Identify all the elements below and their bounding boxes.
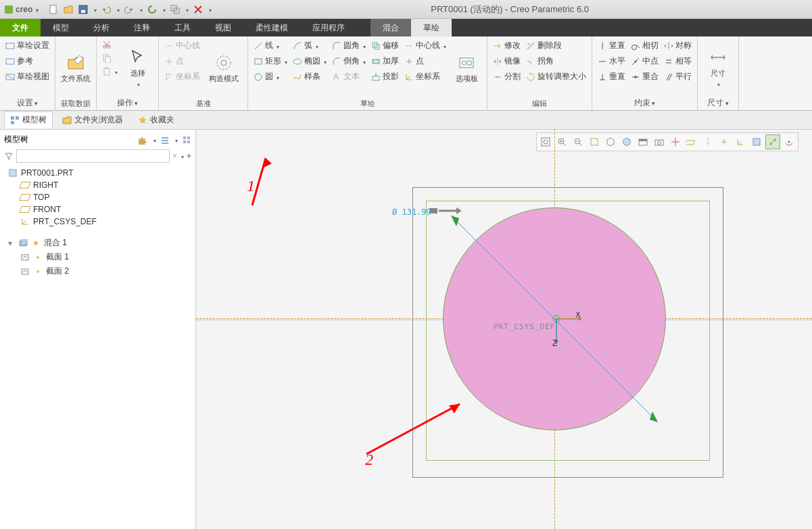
tree-root[interactable]: PRT0001.PRT xyxy=(4,167,191,179)
tree-show-icon[interactable] xyxy=(182,135,191,145)
plane-tag-icon[interactable] xyxy=(749,134,764,149)
qat-undo-icon[interactable] xyxy=(101,4,112,15)
cut-button[interactable] xyxy=(101,39,119,50)
centerline-button[interactable]: 中心线 xyxy=(163,39,201,52)
zoom-out-icon[interactable] xyxy=(571,134,586,149)
csys-display-icon[interactable] xyxy=(733,134,748,149)
select-button[interactable]: 选择 xyxy=(122,39,154,96)
tab-blend[interactable]: 混合 xyxy=(371,19,411,36)
point2-button[interactable]: 点 xyxy=(403,55,448,68)
spin-center-icon[interactable] xyxy=(668,134,683,149)
tree-filter-input[interactable] xyxy=(16,149,170,163)
chamfer-button[interactable]: 倒角 xyxy=(331,55,367,68)
construction-mode-button[interactable]: 构造模式 xyxy=(204,39,243,97)
sketch-view-button[interactable]: 草绘视图 xyxy=(4,70,51,83)
midpoint-button[interactable]: 中点 xyxy=(629,55,660,68)
tab-apps[interactable]: 应用程序 xyxy=(300,19,357,36)
qat-new-icon[interactable] xyxy=(48,4,59,15)
qat-open-icon[interactable] xyxy=(63,4,74,15)
filter-add-icon[interactable]: + xyxy=(187,151,191,161)
tree-csys[interactable]: PRT_CSYS_DEF xyxy=(16,216,191,228)
repaint-icon[interactable] xyxy=(587,134,602,149)
tab-flex[interactable]: 柔性建模 xyxy=(243,19,300,36)
tree-tools-icon[interactable] xyxy=(139,135,148,145)
csys-button[interactable]: 坐标系 xyxy=(163,70,201,83)
qat-close-icon[interactable] xyxy=(193,4,204,15)
filter-clear-icon[interactable]: × xyxy=(172,151,177,161)
saved-views-icon[interactable] xyxy=(619,134,634,149)
point-display-icon[interactable] xyxy=(717,134,732,149)
tab-file[interactable]: 文件 xyxy=(0,19,41,36)
equal-button[interactable]: 相等 xyxy=(663,55,693,68)
thicken-button[interactable]: 加厚 xyxy=(370,55,400,68)
centerline2-button[interactable]: 中心线 xyxy=(403,39,448,52)
dimension-value[interactable]: Ø 131.99 xyxy=(392,207,431,217)
filter-dropdown[interactable] xyxy=(180,151,184,161)
perpendicular-button[interactable]: 垂直 xyxy=(596,70,627,83)
display-style-icon[interactable] xyxy=(603,134,618,149)
horizontal-button[interactable]: 水平 xyxy=(596,55,627,68)
ellipse-button[interactable]: 椭圆 xyxy=(291,55,328,68)
svg-rect-47 xyxy=(22,255,28,260)
point-button[interactable]: 点 xyxy=(163,55,201,68)
coincident-button[interactable]: 重合 xyxy=(629,70,660,83)
modify-button[interactable]: 修改 xyxy=(492,39,522,52)
mirror-button[interactable]: 镜像 xyxy=(492,55,522,68)
annotation-display-icon[interactable] xyxy=(765,134,780,149)
tree-section-2[interactable]: 截面 2 xyxy=(16,264,191,278)
fillet-button[interactable]: 圆角 xyxy=(331,39,367,52)
rotate-resize-button[interactable]: 旋转调整大小 xyxy=(525,70,588,83)
project-button[interactable]: 投影 xyxy=(370,70,400,83)
tab-sketch[interactable]: 草绘 xyxy=(411,19,452,36)
svg-point-46 xyxy=(34,241,38,245)
qat-save-icon[interactable] xyxy=(78,4,89,15)
browser-tab-favorites[interactable]: 收藏夹 xyxy=(133,112,180,128)
filter-icon[interactable] xyxy=(4,151,14,161)
tree-datum-top[interactable]: TOP xyxy=(16,191,191,203)
tab-model[interactable]: 模型 xyxy=(41,19,81,36)
tab-view[interactable]: 视图 xyxy=(203,19,243,36)
view-manager-icon[interactable] xyxy=(636,134,650,149)
delete-segment-button[interactable]: 删除段 xyxy=(525,39,588,52)
tree-datum-right[interactable]: RIGHT xyxy=(16,179,191,191)
browser-tab-folder[interactable]: 文件夹浏览器 xyxy=(57,112,128,128)
spin-icon[interactable] xyxy=(782,134,796,149)
offset-button[interactable]: 偏移 xyxy=(370,39,400,52)
tree-datum-front[interactable]: FRONT xyxy=(16,203,191,216)
text-button[interactable]: A文本 xyxy=(331,70,367,83)
browser-tab-modeltree[interactable]: 模型树 xyxy=(4,111,53,128)
circle-button[interactable]: 圆 xyxy=(252,70,289,83)
tab-analysis[interactable]: 分析 xyxy=(81,19,122,36)
tree-section-1[interactable]: 截面 1 xyxy=(16,250,191,264)
rectangle-button[interactable]: 矩形 xyxy=(252,55,289,68)
symmetric-button[interactable]: 对称 xyxy=(663,39,693,52)
dimension-button[interactable]: 尺寸 xyxy=(702,39,734,96)
parallel-button[interactable]: 平行 xyxy=(663,70,693,83)
axis-display-icon[interactable] xyxy=(700,134,715,149)
svg-point-68 xyxy=(556,318,558,320)
qat-regen-icon[interactable] xyxy=(147,4,158,15)
tree-feature-blend[interactable]: ▾ 混合 1 xyxy=(4,236,191,250)
sketch-settings-button[interactable]: 草绘设置 xyxy=(4,39,51,52)
datum-display-icon[interactable] xyxy=(684,134,699,149)
filesystem-button[interactable]: 文件系统 xyxy=(59,39,92,97)
references-button[interactable]: 参考 xyxy=(4,55,51,68)
corner-button[interactable]: 拐角 xyxy=(525,55,588,68)
graphics-canvas[interactable]: Ø 131.99 X Z PRT_CSYS_DEF 1 2 xyxy=(196,130,812,529)
tree-settings-icon[interactable] xyxy=(160,135,170,145)
camera-icon[interactable] xyxy=(652,134,667,149)
csys2-button[interactable]: 坐标系 xyxy=(403,70,448,83)
line-button[interactable]: 线 xyxy=(252,39,289,52)
tab-annotate[interactable]: 注释 xyxy=(122,19,162,36)
divide-button[interactable]: 分割 xyxy=(492,70,522,83)
qat-redo-icon[interactable] xyxy=(124,4,135,15)
zoom-in-icon[interactable] xyxy=(554,134,569,149)
qat-windows-icon[interactable] xyxy=(170,4,181,15)
palette-button[interactable]: 选项板 xyxy=(450,39,483,97)
arc-button[interactable]: 弧 xyxy=(291,39,328,52)
tangent-button[interactable]: 相切 xyxy=(629,39,660,52)
refit-icon[interactable] xyxy=(538,134,553,149)
vertical-button[interactable]: 竖直 xyxy=(596,39,627,52)
tab-tools[interactable]: 工具 xyxy=(162,19,203,36)
spline-button[interactable]: 样条 xyxy=(291,70,328,83)
